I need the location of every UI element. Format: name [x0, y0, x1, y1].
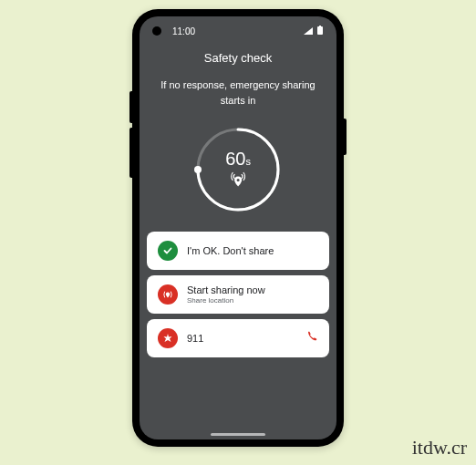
countdown-unit: s: [245, 156, 251, 167]
emergency-icon: [158, 328, 178, 348]
svg-point-4: [194, 166, 202, 173]
watermark: itdw.cr: [412, 436, 467, 460]
status-bar: 11:00: [140, 16, 336, 40]
location-broadcast-icon: [225, 171, 251, 191]
countdown-timer: 60s: [192, 124, 284, 215]
emergency-call-button[interactable]: 911: [147, 319, 329, 357]
camera-hole: [152, 26, 161, 36]
phone-screen: 11:00 Safety check If no response, emerg…: [140, 16, 336, 439]
check-icon: [158, 241, 178, 261]
signal-icon: [304, 26, 313, 36]
page-title: Safety check: [152, 51, 324, 65]
start-sharing-button[interactable]: Start sharing now Share location: [147, 275, 329, 314]
battery-icon: [316, 26, 324, 36]
page-subtitle: If no response, emergency sharing starts…: [152, 78, 324, 108]
phone-button: [344, 119, 347, 155]
ok-label: I'm OK. Don't share: [187, 245, 318, 256]
phone-frame: 11:00 Safety check If no response, emerg…: [132, 9, 344, 447]
home-indicator[interactable]: [211, 433, 265, 436]
share-label: Start sharing now: [187, 284, 318, 295]
svg-rect-0: [317, 26, 323, 35]
svg-rect-1: [319, 26, 321, 26]
phone-icon: [305, 330, 318, 346]
countdown-number: 60: [225, 149, 245, 169]
emergency-label: 911: [187, 333, 296, 344]
countdown-value: 60s: [225, 149, 251, 170]
share-location-icon: [158, 284, 178, 305]
share-sublabel: Share location: [187, 296, 318, 305]
svg-point-5: [237, 179, 240, 181]
ok-dont-share-button[interactable]: I'm OK. Don't share: [147, 232, 329, 270]
status-time: 11:00: [172, 26, 195, 36]
phone-button: [129, 128, 132, 178]
phone-button: [129, 91, 132, 123]
